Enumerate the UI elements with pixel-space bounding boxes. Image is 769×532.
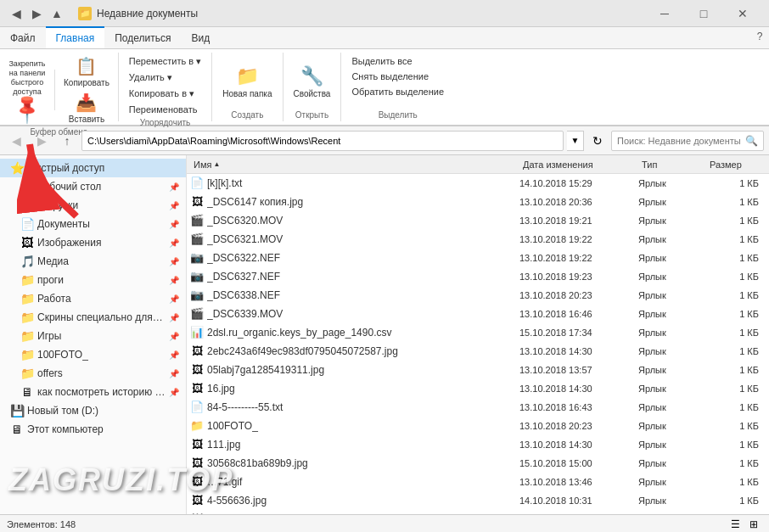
file-type: Ярлык <box>638 253 706 263</box>
qa-back-btn[interactable]: ◀ <box>7 4 25 23</box>
table-row[interactable]: 🎬_DSC6321.MOV13.10.2018 19:22Ярлык1 КБ <box>187 230 769 249</box>
file-icon: 🖼 <box>190 494 204 507</box>
table-row[interactable]: 🖼…71.gif13.10.2018 13:46Ярлык1 КБ <box>187 473 769 491</box>
ribbon-group-open: 🔧 Свойства Открыть <box>283 53 342 121</box>
file-date: 13.10.2018 19:21 <box>519 216 638 226</box>
select-all-button[interactable]: Выделить все <box>348 54 415 68</box>
deselect-button[interactable]: Снять выделение <box>348 70 432 83</box>
help-button[interactable]: ? <box>750 27 769 46</box>
table-row[interactable]: 📄[k][k].txt14.10.2018 15:29Ярлык1 КБ <box>187 174 769 193</box>
sidebar-item-documents[interactable]: 📄Документы📌 <box>0 215 186 233</box>
sidebar-item-novyi-tom[interactable]: 💾Новый том (D:) <box>0 401 186 420</box>
back-button[interactable]: ◀ <box>5 130 27 152</box>
sidebar-item-icon-media: 🎵 <box>20 255 34 268</box>
sidebar-item-skreeny[interactable]: 📁Скрины специально для …📌 <box>0 308 186 327</box>
copy-icon: 📋 <box>76 56 97 76</box>
sidebar-item-rabota[interactable]: 📁Работа📌 <box>0 289 186 308</box>
move-to-button[interactable]: Переместить в ▾ <box>126 54 205 69</box>
maximize-button[interactable]: □ <box>684 0 723 27</box>
qa-forward-btn[interactable]: ▶ <box>27 4 46 23</box>
table-row[interactable]: 📊2dsl.ru_organic.keys_by_page_1490.csv15… <box>187 323 769 342</box>
sidebar-item-downloads[interactable]: ⬇Загрузки📌 <box>0 196 186 215</box>
search-input[interactable] <box>617 136 742 146</box>
table-row[interactable]: 🖼4-556636.jpg14.10.2018 10:31Ярлык1 КБ <box>187 491 769 510</box>
file-date: 13.10.2018 19:22 <box>519 253 638 263</box>
sidebar-item-label-skreeny: Скрины специально для … <box>37 311 166 323</box>
tab-home[interactable]: Главная <box>46 26 105 48</box>
address-bar: ◀ ▶ ↑ C:\Users\diami\AppData\Roaming\Mic… <box>0 126 769 155</box>
sidebar-item-icon-documents: 📄 <box>20 217 34 231</box>
file-name: _DSC6338.NEF <box>207 289 519 301</box>
col-header-date[interactable]: Дата изменения <box>519 160 638 170</box>
forward-button[interactable]: ▶ <box>31 130 53 152</box>
file-size: 1 КБ <box>706 365 766 375</box>
tab-view[interactable]: Вид <box>181 27 220 48</box>
file-name: 05labj7ga1285419311.jpg <box>207 364 519 376</box>
file-type: Ярлык <box>638 309 706 319</box>
table-row[interactable]: 🖼16.jpg13.10.2018 14:30Ярлык1 КБ <box>187 379 769 398</box>
details-view-button[interactable]: ☰ <box>727 517 744 532</box>
sidebar-item-media[interactable]: 🎵Медиа📌 <box>0 252 186 271</box>
sidebar-item-desktop[interactable]: 🖥Рабочий стол📌 <box>0 177 186 196</box>
file-name: 111.jpg <box>207 439 519 451</box>
up-button[interactable]: ↑ <box>56 130 78 152</box>
new-folder-button[interactable]: 📁 Новая папка <box>219 64 275 100</box>
table-row[interactable]: 📷_DSC6322.NEF13.10.2018 19:22Ярлык1 КБ <box>187 249 769 267</box>
properties-button[interactable]: 🔧 Свойства <box>290 64 334 100</box>
delete-button[interactable]: Удалить ▾ <box>126 70 176 85</box>
copy-to-button[interactable]: Копировать в ▾ <box>126 87 198 101</box>
address-dropdown[interactable]: ▼ <box>567 131 584 151</box>
close-button[interactable]: ✕ <box>723 0 762 27</box>
rename-button[interactable]: Переименовать <box>126 103 201 116</box>
invert-button[interactable]: Обратить выделение <box>348 85 447 98</box>
table-row[interactable]: 🖼2ebc243a6f49ec983df0795045072587.jpg13.… <box>187 342 769 361</box>
sidebar-item-igry[interactable]: 📁Игры📌 <box>0 327 186 345</box>
tab-file[interactable]: Файл <box>0 27 46 48</box>
pin-button[interactable]: Закрепить на панели быстрого доступа 📌 <box>7 70 48 110</box>
table-row[interactable]: 📷_DSC6338.NEF13.10.2018 20:23Ярлык1 КБ <box>187 286 769 305</box>
file-date: 13.10.2018 16:46 <box>519 309 638 319</box>
sidebar-item-100foto[interactable]: 📁100FOTO_📌 <box>0 345 186 364</box>
refresh-button[interactable]: ↻ <box>587 131 608 151</box>
properties-icon: 🔧 <box>300 65 323 87</box>
file-date: 13.10.2018 20:23 <box>519 290 638 300</box>
col-header-name[interactable]: Имя ▲ <box>190 160 519 170</box>
sort-icon: ▲ <box>213 160 220 168</box>
sidebar-item-quick-access[interactable]: ⭐Быстрый доступ <box>0 159 186 177</box>
window-controls: ─ □ ✕ <box>645 0 762 27</box>
table-row[interactable]: 🖼04037121_large_Perluchpnu/karandach1213… <box>187 510 769 514</box>
col-header-size[interactable]: Размер <box>706 160 766 170</box>
table-row[interactable]: 📁100FOTO_13.10.2018 20:23Ярлык1 КБ <box>187 417 769 435</box>
window-icon: 📁 <box>78 7 92 20</box>
file-size: 1 КБ <box>706 477 766 487</box>
qa-up-btn[interactable]: ▲ <box>48 4 66 23</box>
sidebar-item-etot-komp[interactable]: 🖥Этот компьютер <box>0 420 186 439</box>
file-type: Ярлык <box>638 346 706 356</box>
file-size: 1 КБ <box>706 514 766 515</box>
address-path[interactable]: C:\Users\diami\AppData\Roaming\Microsoft… <box>81 131 564 151</box>
minimize-button[interactable]: ─ <box>645 0 684 27</box>
table-row[interactable]: 🎬_DSC6339.MOV13.10.2018 16:46Ярлык1 КБ <box>187 305 769 323</box>
file-icon: 🖼 <box>190 456 204 470</box>
file-icon: 📁 <box>190 419 204 433</box>
col-header-type[interactable]: Тип <box>638 160 706 170</box>
sidebar-item-offers[interactable]: 📁offers📌 <box>0 364 186 383</box>
table-row[interactable]: 🖼30568c81ba689b9.jpg15.10.2018 15:00Ярлы… <box>187 454 769 473</box>
table-row[interactable]: 📷_DSC6327.NEF13.10.2018 19:23Ярлык1 КБ <box>187 267 769 286</box>
table-row[interactable]: 🖼111.jpg13.10.2018 14:30Ярлык1 КБ <box>187 435 769 454</box>
table-row[interactable]: 🖼05labj7ga1285419311.jpg13.10.2018 13:57… <box>187 361 769 379</box>
sidebar-item-progi[interactable]: 📁проги📌 <box>0 271 186 289</box>
table-row[interactable]: 🖼_DSC6147 копия.jpg13.10.2018 20:36Ярлык… <box>187 193 769 211</box>
paste-button[interactable]: 📥 Вставить <box>62 91 111 126</box>
file-name: _DSC6321.MOV <box>207 233 519 245</box>
file-name: 30568c81ba689b9.jpg <box>207 457 519 469</box>
tiles-view-button[interactable]: ⊞ <box>745 517 762 532</box>
tab-share[interactable]: Поделиться <box>104 27 181 48</box>
file-type: Ярлык <box>638 421 706 431</box>
sidebar-item-label-rabota: Работа <box>37 293 71 305</box>
table-row[interactable]: 🎬_DSC6320.MOV13.10.2018 19:21Ярлык1 КБ <box>187 211 769 230</box>
table-row[interactable]: 📄84-5---------55.txt13.10.2018 16:43Ярлы… <box>187 398 769 417</box>
copy-button[interactable]: 📋 Копировать <box>62 54 111 89</box>
sidebar-item-kak[interactable]: 🖥как посмотреть историю на📌 <box>0 383 186 401</box>
sidebar-item-images[interactable]: 🖼Изображения📌 <box>0 233 186 252</box>
